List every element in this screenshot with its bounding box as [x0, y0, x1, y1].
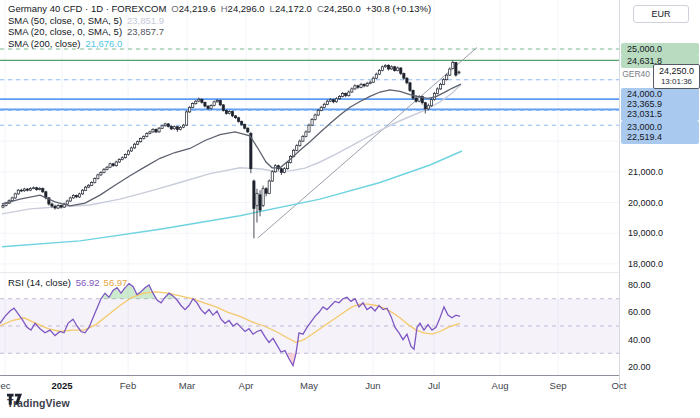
- candle-body: [33, 188, 35, 189]
- sma50-legend-row[interactable]: SMA (50, close, 0, SMA, 5)23,851.9: [8, 15, 431, 27]
- open-value: 24,219.6: [179, 3, 216, 14]
- candle-body: [357, 86, 359, 88]
- candle-body: [412, 90, 414, 98]
- price-level-label: 22,519.4: [621, 131, 699, 144]
- candle-body: [133, 144, 135, 148]
- candle-body: [69, 198, 71, 201]
- time-tick-label: Jul: [416, 380, 452, 391]
- candle-body: [213, 102, 215, 106]
- candle-body: [302, 137, 304, 142]
- candle-body: [88, 185, 90, 187]
- candle-body: [158, 128, 160, 132]
- candle-body: [100, 172, 102, 175]
- candle-body: [449, 69, 451, 75]
- rsi-ma-value: 56.97: [104, 277, 128, 288]
- candle-body: [406, 78, 408, 83]
- candle-body: [161, 126, 163, 129]
- sma200-legend-row[interactable]: SMA (200, close)21,676.0: [8, 38, 431, 50]
- candle-body: [2, 206, 4, 208]
- candle-body: [253, 181, 255, 209]
- candle-body: [121, 158, 123, 160]
- candle-body: [189, 107, 191, 112]
- candle-body: [78, 194, 80, 197]
- candle-body: [60, 206, 62, 208]
- current-price-label: 24,250.0 13:01:36: [653, 64, 700, 89]
- candle-body: [97, 175, 99, 179]
- high-value: 24,296.0: [228, 3, 265, 14]
- time-tick-label: Dec: [0, 380, 20, 391]
- axis-tick-label: 80.00: [628, 279, 651, 291]
- candle-body: [247, 128, 249, 132]
- candle-body: [296, 146, 298, 151]
- rsi-value: 56.92: [76, 277, 100, 288]
- candle-body: [36, 188, 38, 190]
- candle-body: [317, 110, 319, 115]
- candle-body: [94, 179, 96, 183]
- candle-body: [381, 67, 383, 71]
- candle-body: [372, 78, 374, 82]
- candle-body: [262, 189, 264, 206]
- candle-body: [455, 63, 457, 76]
- sma200-value: 21,676.0: [85, 38, 122, 49]
- candle-body: [204, 102, 206, 106]
- pane-separator[interactable]: [0, 272, 619, 273]
- candle-body: [72, 195, 74, 198]
- candle-body: [11, 198, 13, 201]
- time-tick-label: Jun: [355, 380, 391, 391]
- candle-body: [192, 104, 194, 108]
- candle-body: [366, 83, 368, 86]
- sma20-value: 23,857.7: [127, 26, 164, 37]
- tradingview-logo[interactable]: TradingView: [7, 393, 70, 413]
- tradingview-chart-window: Germany 40 CFD · 1D · FOREXCOMO24,219.6H…: [0, 0, 700, 418]
- candle-body: [308, 125, 310, 132]
- candle-body: [286, 163, 288, 169]
- candle-body: [140, 139, 142, 142]
- chart-legend: Germany 40 CFD · 1D · FOREXCOMO24,219.6H…: [8, 3, 431, 49]
- currency-eur-button[interactable]: EUR: [633, 5, 689, 23]
- candle-body: [179, 127, 181, 129]
- candle-body: [342, 94, 344, 97]
- candle-body: [225, 110, 227, 113]
- candle-body: [127, 151, 129, 155]
- axis-tick-label: 40.00: [628, 334, 651, 346]
- candle-body: [439, 84, 441, 89]
- candle-body: [137, 142, 139, 145]
- candle-body: [176, 127, 178, 130]
- candle-body: [130, 148, 132, 151]
- axis-tick-label: 60.00: [628, 306, 651, 318]
- close-label: C: [317, 3, 324, 14]
- candlesticks: [2, 60, 460, 238]
- candle-body: [231, 112, 233, 116]
- candle-body: [198, 99, 200, 101]
- candle-body: [210, 106, 212, 109]
- main-chart-canvas[interactable]: [0, 0, 619, 375]
- candle-body: [256, 193, 258, 205]
- rsi-legend[interactable]: RSI (14, close)56.9256.97: [8, 277, 127, 289]
- time-axis[interactable]: Dec2025FebMarAprMayJunJulAugSepOct: [0, 376, 700, 392]
- time-tick-label: Aug: [482, 380, 518, 391]
- candle-body: [354, 86, 356, 89]
- candle-body: [146, 133, 148, 136]
- candle-body: [216, 101, 218, 102]
- candle-body: [26, 189, 28, 190]
- sma20-legend-row[interactable]: SMA (20, close, 0, SMA, 5)23,857.7: [8, 26, 431, 38]
- candle-body: [57, 206, 59, 209]
- candle-body: [446, 75, 448, 80]
- candle-body: [29, 188, 31, 190]
- candle-body: [124, 155, 126, 158]
- price-axis[interactable]: EUR GER40 24,250.0 13:01:36 25,000.024,6…: [619, 0, 700, 392]
- candle-body: [112, 164, 114, 166]
- candle-body: [320, 107, 322, 110]
- candle-body: [81, 190, 83, 194]
- candle-body: [351, 89, 353, 92]
- axis-tick-label: 19,000.0: [628, 227, 663, 239]
- candle-body: [17, 190, 19, 194]
- candle-body: [85, 187, 87, 190]
- symbol-info-row[interactable]: Germany 40 CFD · 1D · FOREXCOMO24,219.6H…: [8, 3, 431, 15]
- time-tick-label: Oct: [601, 380, 637, 391]
- candle-body: [152, 129, 154, 132]
- candle-body: [115, 162, 117, 166]
- candle-body: [397, 68, 399, 71]
- candle-body: [329, 100, 331, 102]
- price-level-label: 25,000.0: [621, 43, 699, 56]
